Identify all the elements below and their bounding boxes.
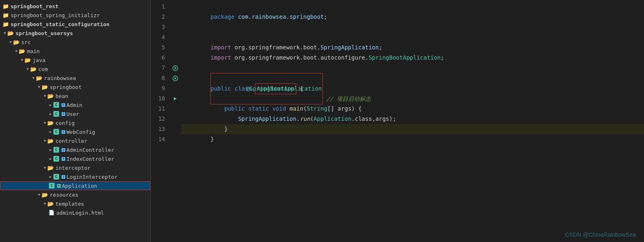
tree-label: bean: [55, 93, 68, 99]
tree-item-springboot[interactable]: ▼ 📂 springboot: [0, 82, 150, 91]
tree-label: rainbowsea: [44, 75, 76, 81]
folder-icon: 📁: [2, 3, 9, 9]
chevron-icon: ▼: [8, 40, 13, 44]
code-line-7: @SpringBootApplication // 项目启动标志: [181, 63, 644, 73]
run-icon-10[interactable]: [173, 96, 178, 101]
code-editor: 1 2 3 4 5 6 7 8 9 10 11 12 13 14: [151, 0, 644, 242]
tree-item-admincontroller[interactable]: ▶ C s AdminController: [0, 145, 150, 154]
folder-icon: 📂: [42, 191, 48, 198]
run-icon-8[interactable]: [172, 75, 178, 81]
folder-icon: 📂: [36, 75, 42, 81]
line-num-10: 10: [151, 93, 165, 104]
folder-icon: 📂: [24, 57, 31, 63]
tree-item-bean[interactable]: ▼ 📂 bean: [0, 91, 150, 100]
gutter-12: [169, 114, 181, 124]
tree-item-springboot-rest[interactable]: 📁 springboot_rest: [0, 2, 150, 11]
gutter-13: [169, 124, 181, 134]
tree-label: springboot_static_configuration: [11, 21, 110, 27]
watermark: CSDN @ChinaRainbowSea: [565, 231, 636, 238]
folder-icon: 📂: [19, 48, 25, 54]
gutter-3: [169, 22, 181, 32]
gutter-7[interactable]: [169, 63, 181, 73]
tree-label: com: [38, 66, 48, 72]
tree-item-logininterceptor[interactable]: ▶ C s LoginInterceptor: [0, 172, 150, 181]
line-num-4: 4: [151, 32, 165, 42]
tree-item-controller[interactable]: ▼ 📂 controller: [0, 136, 150, 145]
gutter-14: [169, 134, 181, 144]
code-content[interactable]: package com.rainbowsea.springboot; impor…: [181, 0, 644, 242]
tree-label: AdminController: [66, 147, 114, 153]
gutter-4: [169, 32, 181, 42]
tree-item-application[interactable]: C ▶ Application: [0, 181, 150, 190]
line-num-8: 8: [151, 73, 165, 83]
tree-item-src[interactable]: ▼ 📂 src: [0, 38, 150, 47]
chevron-icon: ▼: [25, 67, 30, 71]
folder-icon: 📂: [47, 164, 54, 171]
class-icon: C: [49, 182, 55, 189]
line-num-14: 14: [151, 134, 165, 144]
run-icon-7[interactable]: [172, 65, 178, 71]
code-line-14: [181, 134, 644, 144]
chevron-icon: ▼: [14, 49, 19, 53]
tree-item-indexcontroller[interactable]: ▶ C s IndexController: [0, 154, 150, 163]
chevron-icon: ▼: [37, 192, 42, 197]
tree-label: java: [33, 57, 45, 63]
class-icon: C: [53, 102, 60, 108]
leaf-decorator: s: [62, 157, 65, 161]
chevron-icon: ▼: [31, 75, 36, 80]
chevron-icon: ▶: [48, 129, 53, 134]
folder-icon: 📁: [2, 12, 9, 18]
gutter-11: [169, 104, 181, 114]
tree-item-admin[interactable]: ▶ C s Admin: [0, 100, 150, 109]
folder-icon: 📂: [47, 138, 54, 144]
tree-item-adminlogin[interactable]: 📄 adminLogin.html: [0, 208, 150, 217]
tree-item-resources[interactable]: ▼ 📂 resources: [0, 190, 150, 199]
tree-label: main: [27, 48, 40, 54]
tree-label: springboot_spring_initializr: [11, 12, 100, 18]
tree-label: User: [66, 111, 79, 117]
chevron-icon: ▶: [48, 147, 53, 152]
chevron-icon: ▶: [48, 174, 53, 179]
chevron-icon: ▼: [42, 138, 47, 143]
gutter-9: [169, 83, 181, 93]
line-num-5: 5: [151, 42, 165, 53]
gutter-6: [169, 53, 181, 63]
tree-label: WebConfig: [66, 129, 95, 135]
tree-item-config[interactable]: ▼ 📂 config: [0, 118, 150, 127]
svg-marker-1: [175, 67, 177, 69]
chevron-icon: ▼: [42, 120, 47, 125]
file-tree[interactable]: 📁 springboot_rest 📁 springboot_spring_in…: [0, 0, 151, 242]
line-num-3: 3: [151, 22, 165, 32]
tree-label: controller: [55, 138, 87, 144]
tree-item-main[interactable]: ▼ 📂 main: [0, 47, 150, 56]
tree-item-usersys[interactable]: ▼ 📂 springboot_usersys: [0, 29, 150, 38]
chevron-icon: ▶: [48, 102, 53, 107]
line-num-11: 11: [151, 104, 165, 114]
tree-item-com[interactable]: ▼ 📂 com: [0, 64, 150, 73]
tree-item-user[interactable]: ▶ C s User: [0, 109, 150, 118]
file-icon: 📄: [48, 209, 55, 216]
gutter-10[interactable]: [169, 93, 181, 104]
tree-label: springboot_usersys: [15, 30, 73, 36]
tree-label: adminLogin.html: [56, 210, 104, 216]
line-num-1: 1: [151, 2, 165, 12]
tree-item-interceptor[interactable]: ▼ 📂 interceptor: [0, 163, 150, 172]
chevron-icon: ▼: [20, 58, 24, 62]
tree-item-templates[interactable]: ▼ 📂 templates: [0, 199, 150, 208]
tree-label: interceptor: [55, 165, 90, 171]
tree-item-webconfig[interactable]: ▶ C s WebConfig: [0, 127, 150, 136]
chevron-icon: ▼: [37, 84, 42, 89]
gutter-8[interactable]: [169, 73, 181, 83]
line-num-2: 2: [151, 12, 165, 22]
tree-label: src: [21, 39, 31, 45]
tree-item-rainbowsea[interactable]: ▼ 📂 rainbowsea: [0, 73, 150, 82]
line-num-13: 13: [151, 124, 165, 134]
tree-item-java[interactable]: ▼ 📂 java: [0, 56, 150, 64]
svg-marker-4: [174, 97, 177, 100]
chevron-icon: ▼: [2, 31, 7, 36]
leaf-decorator: s: [62, 112, 65, 116]
tree-item-spring-initializr[interactable]: 📁 springboot_spring_initializr: [0, 11, 150, 20]
code-line-4: import org.springframework.boot.SpringAp…: [181, 32, 644, 42]
folder-icon: 📂: [30, 66, 37, 72]
tree-item-static-config[interactable]: 📁 springboot_static_configuration: [0, 20, 150, 29]
